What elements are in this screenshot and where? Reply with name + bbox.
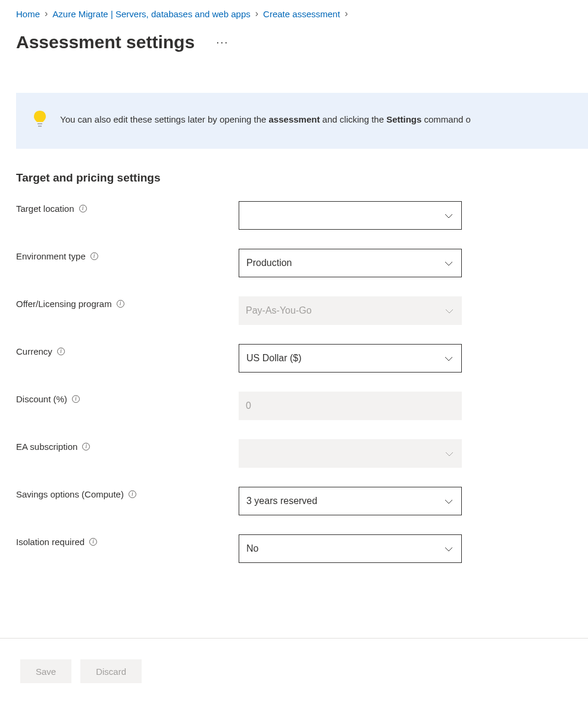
chevron-down-icon bbox=[445, 353, 453, 364]
info-icon[interactable]: i bbox=[72, 395, 80, 403]
breadcrumb: Home › Azure Migrate | Servers, database… bbox=[0, 0, 588, 26]
field-isolation-required: Isolation required i No bbox=[16, 534, 588, 563]
page-title: Assessment settings bbox=[16, 32, 195, 52]
chevron-right-icon: › bbox=[345, 8, 348, 19]
field-savings-options: Savings options (Compute) i 3 years rese… bbox=[16, 487, 588, 515]
info-icon[interactable]: i bbox=[90, 252, 98, 260]
banner-text: You can also edit these settings later b… bbox=[60, 114, 471, 124]
dropdown-ea-subscription bbox=[239, 439, 462, 468]
field-discount: Discount (%) i 0 bbox=[16, 392, 588, 420]
chevron-down-icon bbox=[445, 210, 453, 221]
info-icon[interactable]: i bbox=[129, 490, 136, 498]
chevron-right-icon: › bbox=[255, 8, 258, 19]
lightbulb-icon bbox=[33, 109, 47, 129]
chevron-down-icon bbox=[445, 305, 453, 316]
dropdown-isolation-required[interactable]: No bbox=[239, 534, 462, 563]
discard-button[interactable]: Discard bbox=[80, 659, 142, 683]
field-ea-subscription: EA subscription i bbox=[16, 439, 588, 468]
dropdown-savings-options[interactable]: 3 years reserved bbox=[239, 487, 462, 515]
info-icon[interactable]: i bbox=[117, 300, 124, 308]
breadcrumb-home[interactable]: Home bbox=[16, 9, 40, 19]
chevron-right-icon: › bbox=[45, 8, 48, 19]
dropdown-offer-licensing: Pay-As-You-Go bbox=[239, 296, 462, 325]
chevron-down-icon bbox=[445, 258, 453, 268]
breadcrumb-create-assessment[interactable]: Create assessment bbox=[263, 9, 340, 19]
dropdown-currency[interactable]: US Dollar ($) bbox=[239, 344, 462, 373]
label-environment-type: Environment type bbox=[16, 251, 86, 261]
info-icon[interactable]: i bbox=[89, 538, 97, 546]
breadcrumb-azure-migrate[interactable]: Azure Migrate | Servers, databases and w… bbox=[52, 9, 250, 19]
info-banner: You can also edit these settings later b… bbox=[16, 93, 588, 149]
label-currency: Currency bbox=[16, 346, 52, 356]
input-discount: 0 bbox=[239, 392, 462, 420]
label-ea-subscription: EA subscription bbox=[16, 442, 77, 452]
dropdown-target-location[interactable] bbox=[239, 201, 462, 230]
label-discount: Discount (%) bbox=[16, 394, 67, 404]
field-currency: Currency i US Dollar ($) bbox=[16, 344, 588, 373]
section-title-target-pricing: Target and pricing settings bbox=[16, 171, 588, 184]
chevron-down-icon bbox=[445, 543, 453, 554]
field-target-location: Target location i bbox=[16, 201, 588, 230]
footer-actions: Save Discard bbox=[0, 638, 588, 683]
field-offer-licensing: Offer/Licensing program i Pay-As-You-Go bbox=[16, 296, 588, 325]
more-menu-icon[interactable]: ··· bbox=[216, 36, 229, 49]
save-button[interactable]: Save bbox=[20, 659, 71, 683]
info-icon[interactable]: i bbox=[82, 443, 90, 450]
chevron-down-icon bbox=[445, 496, 453, 506]
chevron-down-icon bbox=[445, 448, 453, 459]
info-icon[interactable]: i bbox=[79, 205, 87, 212]
info-icon[interactable]: i bbox=[57, 348, 65, 355]
field-environment-type: Environment type i Production bbox=[16, 249, 588, 277]
label-target-location: Target location bbox=[16, 204, 74, 214]
dropdown-environment-type[interactable]: Production bbox=[239, 249, 462, 277]
label-offer-licensing: Offer/Licensing program bbox=[16, 299, 112, 309]
label-savings-options: Savings options (Compute) bbox=[16, 489, 124, 499]
label-isolation-required: Isolation required bbox=[16, 537, 85, 547]
